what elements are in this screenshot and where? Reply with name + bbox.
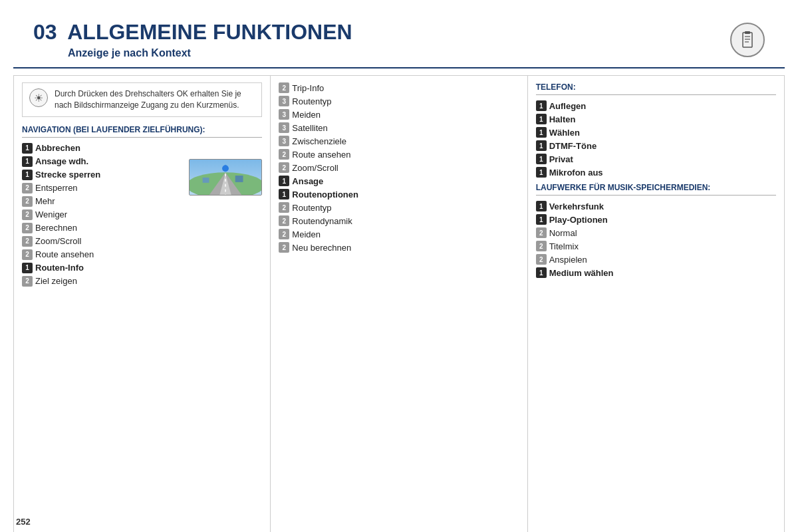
list-item: 2Weniger: [22, 209, 100, 220]
list-item: 1Routen-Info: [22, 263, 100, 273]
header-top-row: 03 ALLGEMEINE FUNKTIONEN: [33, 20, 352, 45]
item-badge: 3: [279, 136, 289, 146]
svg-rect-13: [203, 178, 209, 183]
list-item: 1Play-Optionen: [536, 214, 776, 225]
item-label: Trip-Info: [292, 83, 324, 93]
item-label: Strecke sperren: [35, 170, 100, 180]
item-badge: 3: [279, 96, 289, 106]
list-item: 3Meiden: [279, 109, 519, 120]
list-item: 2Routendynamik: [279, 215, 519, 226]
item-label: Abbrechen: [35, 143, 80, 153]
item-badge: 1: [279, 189, 289, 200]
item-badge: 1: [536, 167, 547, 178]
item-badge: 2: [279, 242, 289, 253]
item-badge: 2: [536, 227, 547, 238]
list-item: 2Anspielen: [536, 254, 776, 265]
item-badge: 1: [536, 154, 547, 164]
item-label: Meiden: [292, 110, 321, 120]
item-label: Routentyp: [292, 96, 331, 106]
item-badge: 2: [22, 223, 33, 233]
svg-rect-12: [235, 176, 243, 182]
column-3: TELEFON: 1Auflegen1Halten1Wählen1DTMF-Tö…: [528, 75, 785, 532]
item-label: Ziel zeigen: [35, 276, 77, 286]
list-item: 2Neu berechnen: [279, 242, 519, 253]
list-item: 2Trip-Info: [279, 82, 519, 93]
item-badge: 1: [22, 263, 33, 273]
item-badge: 1: [279, 176, 289, 186]
list-item: 1Verkehrsfunk: [536, 201, 776, 211]
list-item: 1Routenoptionen: [279, 189, 519, 200]
main-content: ☀ Durch Drücken des Drehschalters OK erh…: [13, 75, 785, 532]
item-badge: 1: [22, 156, 33, 167]
list-item: 2Route ansehen: [279, 149, 519, 160]
item-label: Zwischenziele: [292, 136, 346, 146]
list-item: 2Mehr: [22, 196, 100, 207]
section-title-telefon: TELEFON:: [536, 82, 776, 95]
item-label: Meiden: [292, 229, 321, 239]
item-label: Mehr: [35, 196, 55, 206]
item-badge: 1: [536, 100, 547, 111]
list-item: 1Auflegen: [536, 100, 776, 111]
item-label: Neu berechnen: [292, 243, 351, 253]
svg-rect-1: [745, 31, 750, 34]
item-label: Halten: [549, 114, 576, 124]
list-item: 2Zoom/Scroll: [22, 236, 100, 247]
header-text-group: 03 ALLGEMEINE FUNKTIONEN Anzeige je nach…: [33, 20, 352, 59]
item-badge: 3: [279, 109, 289, 120]
clipboard-icon: [738, 31, 757, 49]
item-badge: 2: [22, 249, 33, 260]
list-item: 1Halten: [536, 114, 776, 124]
item-label: Titelmix: [549, 241, 579, 251]
nav-items-left: 1Abbrechen1Ansage wdh.1Strecke sperren2E…: [22, 143, 100, 289]
nav-screenshot: [189, 159, 262, 196]
item-badge: 2: [279, 82, 289, 93]
item-badge: 2: [536, 254, 547, 265]
chapter-number: 03: [33, 20, 57, 44]
section-title-laufwerke: LAUFWERKE FÜR MUSIK-SPEICHERMEDIEN:: [536, 183, 776, 196]
item-badge: 1: [536, 114, 547, 124]
item-label: Route ansehen: [292, 150, 350, 160]
item-badge: 1: [536, 214, 547, 225]
col2-items-list: 2Trip-Info3Routentyp3Meiden3Satelliten3Z…: [279, 82, 519, 253]
item-label: Zoom/Scroll: [35, 236, 81, 246]
list-item: 2Meiden: [279, 229, 519, 239]
chapter-title: ALLGEMEINE FUNKTIONEN: [67, 20, 352, 44]
item-label: Play-Optionen: [549, 215, 608, 225]
section-title-nav: NAVIGATION (BEI LAUFENDER ZIELFÜHRUNG):: [22, 125, 262, 138]
page-header: 03 ALLGEMEINE FUNKTIONEN Anzeige je nach…: [13, 8, 785, 68]
svg-rect-0: [743, 33, 752, 47]
item-label: Verkehrsfunk: [549, 201, 604, 211]
item-label: Route ansehen: [35, 249, 94, 259]
item-badge: 1: [22, 143, 33, 154]
col3-section1-list: 1Auflegen1Halten1Wählen1DTMF-Töne1Privat…: [536, 100, 776, 178]
list-item: 2Berechnen: [22, 223, 100, 233]
page-number: 252: [16, 517, 31, 527]
col1-items-list: 1Abbrechen1Ansage wdh.1Strecke sperren2E…: [22, 143, 262, 289]
list-item: 1DTMF-Töne: [536, 140, 776, 151]
list-item: 3Routentyp: [279, 96, 519, 106]
item-badge: 2: [279, 215, 289, 226]
list-item: 1Strecke sperren: [22, 170, 100, 180]
info-box: ☀ Durch Drücken des Drehschalters OK erh…: [22, 82, 262, 117]
list-item: 2Routentyp: [279, 202, 519, 213]
item-badge: 2: [22, 236, 33, 247]
item-label: Weniger: [35, 209, 67, 219]
header-menu-icon: [730, 23, 765, 57]
list-item: 1Medium wählen: [536, 267, 776, 278]
list-item: 1Wählen: [536, 127, 776, 138]
item-label: Ansage: [292, 176, 323, 186]
info-text: Durch Drücken des Drehschalters OK erhal…: [55, 88, 255, 111]
item-badge: 2: [22, 196, 33, 207]
list-item: 3Satelliten: [279, 122, 519, 133]
item-label: Zoom/Scroll: [292, 163, 338, 173]
chapter-subtitle: Anzeige je nach Kontext: [68, 47, 352, 59]
item-label: Auflegen: [549, 101, 587, 111]
list-item: 2Normal: [536, 227, 776, 238]
item-badge: 2: [22, 209, 33, 220]
list-item: 3Zwischenziele: [279, 136, 519, 146]
item-badge: 1: [22, 170, 33, 180]
list-item: 1Privat: [536, 154, 776, 164]
item-badge: 2: [279, 149, 289, 160]
list-item: 2Ziel zeigen: [22, 276, 100, 287]
list-item: 2Titelmix: [536, 241, 776, 251]
